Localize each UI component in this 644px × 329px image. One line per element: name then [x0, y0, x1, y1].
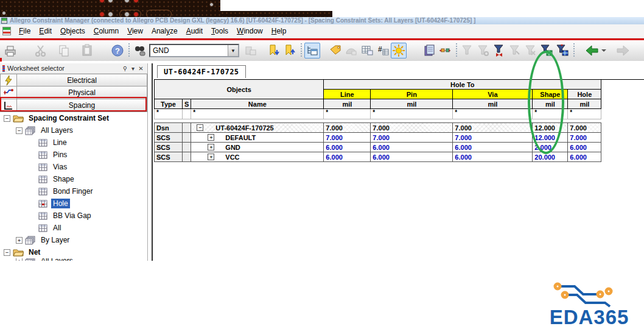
dome-button[interactable]	[343, 43, 359, 58]
filter-bowtie-button[interactable]	[491, 43, 507, 58]
collapse-icon[interactable]: −	[4, 115, 10, 122]
filter-cell-hole[interactable]: *	[568, 109, 601, 119]
bookmark-up-button[interactable]	[282, 43, 298, 58]
row-name-cell[interactable]: +VCC	[191, 152, 324, 162]
value-cell-shape[interactable]: 20.000	[533, 152, 568, 162]
value-cell-shape[interactable]: 12.000	[533, 123, 568, 133]
row-s-cell[interactable]	[183, 152, 191, 162]
row-type-cell[interactable]: SCS	[155, 152, 183, 162]
tag-button[interactable]	[327, 43, 343, 58]
value-cell-line[interactable]: 6.000	[324, 152, 371, 162]
back-history-dropdown-icon[interactable]	[600, 43, 607, 58]
expand-icon[interactable]: +	[16, 258, 23, 261]
net-topology-button[interactable]	[437, 43, 453, 58]
menu-file[interactable]: File	[15, 25, 35, 37]
tree-item-net[interactable]: −Net	[0, 246, 146, 258]
filter-refresh-button[interactable]	[460, 43, 475, 58]
row-type-cell[interactable]: SCS	[155, 133, 183, 143]
close-icon[interactable]: ✕	[137, 65, 145, 72]
row-type-cell[interactable]: Dsn	[155, 123, 183, 133]
print-button[interactable]	[2, 43, 18, 58]
filter-remove-button[interactable]	[523, 43, 539, 58]
menu-tools[interactable]: Tools	[207, 25, 233, 37]
menu-column[interactable]: Column	[89, 25, 123, 37]
value-cell-pin[interactable]: 6.000	[371, 143, 453, 152]
menu-help[interactable]: Help	[267, 25, 291, 37]
value-cell-hole[interactable]: 6.000	[568, 152, 601, 162]
chevron-down-icon[interactable]: ▾	[129, 65, 137, 72]
value-cell-via[interactable]: 7.000	[453, 133, 533, 143]
notebook-button[interactable]	[421, 43, 437, 58]
value-cell-via[interactable]: 6.000	[453, 143, 533, 152]
expand-icon[interactable]: +	[208, 144, 214, 150]
copy-button[interactable]	[56, 43, 72, 58]
show-worksheet-selector-button[interactable]	[304, 43, 320, 58]
number-grid-button[interactable]: #	[375, 43, 391, 58]
value-cell-line[interactable]: 6.000	[324, 143, 371, 152]
tree-item-vias[interactable]: Vias	[0, 161, 146, 173]
paste-button[interactable]	[79, 43, 95, 58]
filter-cell-shape[interactable]: *	[533, 109, 568, 119]
menu-analyze[interactable]: Analyze	[147, 25, 182, 37]
filter-green-grid-button[interactable]	[539, 43, 555, 58]
row-type-cell[interactable]: SCS	[155, 143, 183, 152]
filter-edit-button[interactable]	[507, 43, 523, 58]
highlight-mode-button[interactable]	[391, 43, 407, 58]
value-cell-hole[interactable]: 7.000	[568, 133, 601, 143]
filter-cell-pin[interactable]: *	[371, 109, 453, 119]
tree-item-all[interactable]: All	[0, 222, 146, 234]
value-cell-via[interactable]: 7.000	[453, 123, 533, 133]
filter-clear-button[interactable]	[475, 43, 491, 58]
filter-cell-s[interactable]	[183, 109, 191, 119]
worksheet-tab-spacing[interactable]: Spacing	[0, 99, 147, 112]
worksheet-tab[interactable]: UT-60424F-170725	[157, 65, 246, 78]
row-s-cell[interactable]	[183, 133, 191, 143]
hierarchy-copy-icon[interactable]	[243, 43, 259, 58]
value-cell-shape[interactable]: 2.000	[533, 143, 568, 152]
collapse-icon[interactable]: −	[4, 249, 10, 256]
collapse-icon[interactable]: −	[197, 124, 203, 131]
row-name-cell[interactable]: +GND	[191, 143, 324, 152]
collapse-icon[interactable]: −	[16, 127, 23, 134]
find-icon[interactable]	[132, 43, 148, 58]
row-s-cell[interactable]	[183, 123, 191, 133]
filter-cell-type[interactable]: *	[155, 109, 183, 119]
value-cell-pin[interactable]: 6.000	[371, 152, 453, 162]
row-s-cell[interactable]	[183, 143, 191, 152]
filter-cell-line[interactable]: *	[324, 109, 371, 119]
value-cell-pin[interactable]: 7.000	[371, 123, 453, 133]
worksheet-tab-physical[interactable]: Physical	[0, 87, 147, 99]
value-cell-line[interactable]: 7.000	[324, 123, 371, 133]
combobox-dropdown-icon[interactable]: ▼	[228, 45, 238, 56]
filter-cell-via[interactable]: *	[453, 109, 533, 119]
row-name-cell[interactable]: +DEFAULT	[191, 133, 324, 143]
menu-window[interactable]: Window	[233, 25, 267, 37]
tree-item-all-layers[interactable]: −All Layers	[0, 124, 146, 136]
value-cell-hole[interactable]: 7.000	[568, 123, 601, 133]
object-selector-combobox[interactable]: GND ▼	[149, 44, 239, 57]
tree-item-spacing-constraint-set[interactable]: −Spacing Constraint Set	[0, 112, 146, 124]
filter-blue-grid-button[interactable]	[555, 43, 570, 58]
value-cell-pin[interactable]: 7.000	[371, 133, 453, 143]
value-cell-via[interactable]: 6.000	[453, 152, 533, 162]
worksheet-tab-electrical[interactable]: Electrical	[0, 74, 147, 87]
tree-item-all-layers[interactable]: +All Layers	[0, 258, 146, 261]
value-cell-shape[interactable]: 12.000	[533, 133, 568, 143]
menu-view[interactable]: View	[123, 25, 147, 37]
help-button[interactable]: ?	[110, 43, 125, 58]
menu-edit[interactable]: Edit	[35, 25, 56, 37]
filter-cell-name[interactable]: *	[191, 109, 324, 119]
tree-item-bb-via-gap[interactable]: BB Via Gap	[0, 210, 146, 222]
value-cell-hole[interactable]: 6.000	[568, 143, 601, 152]
bookmark-down-button[interactable]	[266, 43, 282, 58]
expand-icon[interactable]: +	[208, 154, 214, 160]
tree-item-by-layer[interactable]: +By Layer	[0, 234, 146, 246]
cut-button[interactable]	[33, 43, 49, 58]
tree-item-bond-finger[interactable]: Bond Finger	[0, 185, 146, 197]
menu-audit[interactable]: Audit	[182, 25, 207, 37]
back-button[interactable]	[584, 43, 600, 58]
expand-icon[interactable]: +	[16, 237, 23, 244]
grid-view-button[interactable]	[359, 43, 375, 58]
tree-item-line[interactable]: Line	[0, 136, 146, 149]
tree-item-shape[interactable]: Shape	[0, 173, 146, 185]
